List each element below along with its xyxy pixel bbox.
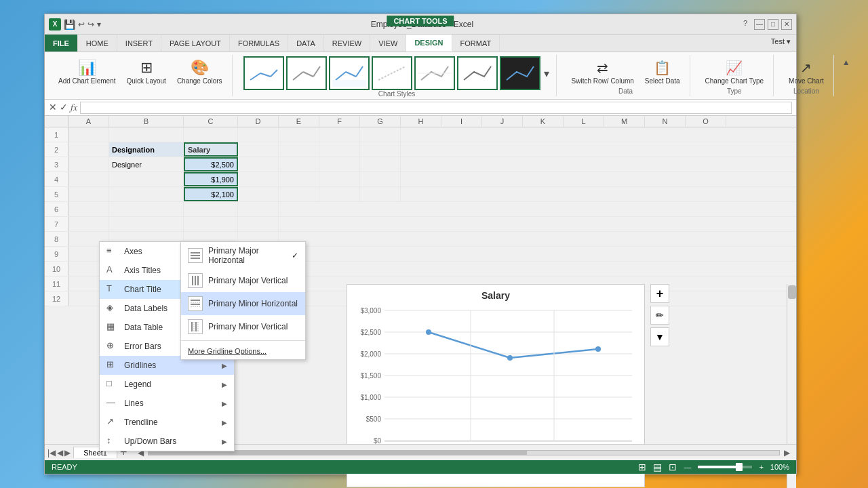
cancel-formula-btn[interactable]: ✕: [49, 102, 57, 113]
zoom-slider[interactable]: [698, 466, 752, 468]
cell-D2[interactable]: [238, 142, 279, 157]
formula-input[interactable]: [80, 102, 792, 114]
tab-page-layout[interactable]: PAGE LAYOUT: [161, 35, 230, 52]
sheet-nav-prev[interactable]: ◀: [57, 448, 63, 458]
cell-G3[interactable]: [360, 157, 401, 171]
cell-A1[interactable]: [68, 127, 109, 142]
cell-B1[interactable]: [109, 127, 184, 142]
help-btn[interactable]: ?: [743, 19, 747, 30]
quick-layout-btn[interactable]: ⊞ Quick Layout: [123, 56, 170, 87]
cell-C4[interactable]: $1,900: [184, 172, 238, 186]
submenu-primary-major-horizontal[interactable]: Primary Major Horizontal ✓: [181, 242, 305, 269]
view-page-break-icon[interactable]: ⊡: [669, 462, 677, 472]
h-scroll-right[interactable]: ▶: [780, 448, 793, 458]
restore-btn[interactable]: □: [768, 19, 778, 30]
submenu-primary-minor-horizontal[interactable]: Primary Minor Horizontal: [181, 292, 305, 315]
undo-icon[interactable]: ↩: [78, 20, 85, 29]
cell-F3[interactable]: [319, 157, 360, 171]
chart-filter-sidebar-btn[interactable]: ▼: [650, 327, 669, 346]
chart-add-element-sidebar-btn[interactable]: +: [650, 284, 669, 303]
chart-style-5[interactable]: [414, 56, 455, 90]
move-chart-btn[interactable]: ↗ Move Chart: [785, 56, 828, 87]
h-scrollbar-track[interactable]: [148, 450, 780, 455]
more-gridline-options[interactable]: More Gridline Options...: [181, 343, 305, 359]
close-btn[interactable]: ✕: [781, 19, 792, 30]
dropdown-legend[interactable]: □ Legend ▶: [100, 375, 234, 394]
cell-F1[interactable]: [319, 127, 360, 142]
tab-design[interactable]: DESIGN: [406, 35, 452, 52]
submenu-primary-major-vertical[interactable]: Primary Major Vertical: [181, 269, 305, 292]
minimize-btn[interactable]: —: [754, 19, 765, 30]
svg-line-1: [260, 73, 271, 77]
zoom-out-btn[interactable]: —: [684, 463, 691, 471]
dropdown-trendline[interactable]: ↗ Trendline ▶: [100, 413, 234, 432]
cell-A3[interactable]: [68, 157, 109, 171]
cell-C2[interactable]: Salary: [184, 142, 238, 157]
view-normal-icon[interactable]: ⊞: [638, 462, 646, 472]
zoom-thumb[interactable]: [736, 463, 743, 471]
tab-review[interactable]: REVIEW: [324, 35, 370, 52]
cell-E3[interactable]: [279, 157, 319, 171]
cell-D3[interactable]: [238, 157, 279, 171]
cell-A2[interactable]: [68, 142, 109, 157]
cell-G4[interactable]: [360, 172, 401, 186]
cell-E4[interactable]: [279, 172, 319, 186]
change-chart-type-btn[interactable]: 📈 Change Chart Type: [701, 56, 768, 87]
redo-icon[interactable]: ↪: [87, 20, 94, 29]
ribbon-collapse-btn[interactable]: ▲: [840, 55, 853, 70]
sheet-nav-first[interactable]: |◀: [47, 448, 56, 458]
cell-C1[interactable]: [184, 127, 238, 142]
tab-data[interactable]: DATA: [288, 35, 324, 52]
zoom-in-btn[interactable]: +: [759, 463, 763, 471]
cell-C5[interactable]: $2,100: [184, 187, 238, 201]
view-layout-icon[interactable]: ▤: [653, 462, 662, 472]
chart-style-4[interactable]: [372, 56, 412, 90]
add-chart-element-btn[interactable]: 📊 Add Chart Element: [54, 56, 120, 87]
row-num-2: 2: [45, 142, 68, 157]
dropdown-up-down-bars[interactable]: ↕ Up/Down Bars ▶: [100, 432, 234, 451]
cell-A5[interactable]: [68, 187, 109, 201]
cell-F2[interactable]: [319, 142, 360, 157]
dropdown-lines[interactable]: — Lines ▶: [100, 394, 234, 413]
type-group-label: Type: [727, 87, 742, 95]
chart-style-2[interactable]: [286, 56, 327, 90]
chart-style-1[interactable]: [243, 56, 284, 90]
tab-view[interactable]: VIEW: [370, 35, 406, 52]
cell-D1[interactable]: [238, 127, 279, 142]
cell-E1[interactable]: [279, 127, 319, 142]
cell-B3[interactable]: Designer: [109, 157, 184, 171]
cell-G2[interactable]: [360, 142, 401, 157]
cell-E5[interactable]: [279, 187, 319, 201]
tab-format[interactable]: FORMAT: [452, 35, 500, 52]
change-colors-btn[interactable]: 🎨 Change Colors: [173, 56, 226, 87]
tab-formulas[interactable]: FORMULAS: [230, 35, 288, 52]
cell-B2[interactable]: Designation: [109, 142, 184, 157]
insert-function-btn[interactable]: 𝑓𝑥: [71, 102, 77, 113]
cell-D4[interactable]: [238, 172, 279, 186]
cell-G5[interactable]: [360, 187, 401, 201]
chart-style-7[interactable]: [500, 56, 540, 90]
v-scrollbar-thumb[interactable]: [788, 285, 796, 299]
cell-F5[interactable]: [319, 187, 360, 201]
cell-G1[interactable]: [360, 127, 401, 142]
cell-A4[interactable]: [68, 172, 109, 186]
tab-home[interactable]: HOME: [78, 35, 117, 52]
save-icon[interactable]: 💾: [64, 19, 75, 30]
chart-style-sidebar-btn[interactable]: ✏: [650, 306, 669, 325]
cell-B4[interactable]: [109, 172, 184, 186]
chart-styles-scroll-down[interactable]: ▾: [542, 66, 551, 81]
submenu-primary-minor-vertical[interactable]: Primary Minor Vertical: [181, 315, 305, 338]
cell-D5[interactable]: [238, 187, 279, 201]
tab-insert[interactable]: INSERT: [117, 35, 161, 52]
chart-style-6[interactable]: [457, 56, 498, 90]
cell-E2[interactable]: [279, 142, 319, 157]
tab-file[interactable]: FILE: [45, 35, 78, 52]
cell-F4[interactable]: [319, 172, 360, 186]
confirm-formula-btn[interactable]: ✓: [60, 102, 68, 113]
chart-style-3[interactable]: [329, 56, 370, 90]
switch-row-col-btn[interactable]: ⇄ Switch Row/ Column: [568, 56, 638, 87]
select-data-btn[interactable]: 📋 Select Data: [641, 56, 684, 87]
sheet-nav-next[interactable]: ▶: [64, 448, 71, 458]
cell-C3[interactable]: $2,500: [184, 157, 238, 171]
cell-B5[interactable]: [109, 187, 184, 201]
